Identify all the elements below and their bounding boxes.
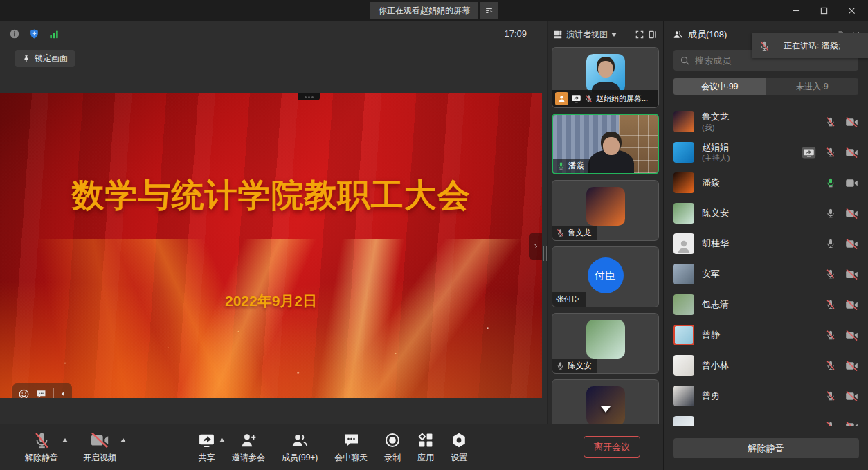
toolbar-mic-muted[interactable]: 解除静音: [25, 431, 58, 464]
scroll-down-icon[interactable]: [601, 406, 611, 413]
member-avatar: [673, 416, 694, 426]
toolbar-share-screen[interactable]: 共享: [198, 431, 215, 464]
collapse-left-icon[interactable]: [60, 390, 66, 397]
leave-meeting-button[interactable]: 离开会议: [584, 436, 640, 458]
camera-status-icon: [845, 330, 858, 341]
caret-up-icon[interactable]: [120, 438, 126, 442]
video-tile[interactable]: 鲁文龙: [552, 180, 659, 241]
initials-avatar: 付臣: [588, 257, 624, 293]
toolbar-label: 成员(99+): [282, 452, 318, 464]
video-tile[interactable]: 陈义安: [552, 313, 659, 374]
member-row[interactable]: 曾勇: [673, 381, 858, 411]
caret-up-icon[interactable]: [219, 438, 225, 442]
maximize-button[interactable]: [810, 0, 838, 21]
toolbar-apps[interactable]: 应用: [417, 431, 434, 464]
tile-label-bar: 赵娟娟的屏幕...: [552, 90, 658, 107]
view-mode-dropdown[interactable]: 演讲者视图: [566, 29, 608, 41]
hide-panel-icon[interactable]: [648, 30, 658, 39]
search-icon: [680, 55, 690, 66]
member-row[interactable]: 赵娟娟(主持人): [673, 137, 858, 168]
camera-status-icon: [845, 117, 858, 127]
unmute-all-button[interactable]: 解除静音: [673, 438, 859, 458]
video-tile[interactable]: 付臣 张付臣: [552, 246, 659, 307]
tile-label: 陈义安: [552, 359, 597, 373]
member-role: (主持人): [702, 153, 794, 163]
member-row[interactable]: 胡桂华: [673, 228, 858, 259]
speaking-toast-text: 正在讲话: 潘焱;: [784, 40, 840, 52]
member-row[interactable]: [673, 411, 858, 426]
toolbar-members[interactable]: 成员(99+): [282, 431, 318, 464]
meeting-info-icon[interactable]: [9, 28, 20, 39]
member-name: 曾静: [702, 329, 817, 341]
toolbar-label: 应用: [417, 452, 434, 464]
video-tile[interactable]: [552, 379, 659, 424]
chevron-down-icon[interactable]: [611, 33, 617, 37]
minimize-button[interactable]: [782, 0, 810, 21]
screen-share-icon: [571, 93, 581, 104]
mic-status-icon: [825, 238, 836, 249]
divider: [777, 39, 777, 53]
emoji-reaction-icon[interactable]: [18, 388, 30, 399]
record-icon: [384, 431, 401, 449]
member-avatar: [673, 325, 694, 345]
member-row[interactable]: 包志清: [673, 289, 858, 320]
mic-status-icon: [825, 116, 836, 127]
members-panel: 成员(108) 会议中·99 未进入·9 鲁文龙(我) 赵娟娟(主持人) 潘焱: [663, 21, 868, 470]
security-shield-icon[interactable]: [29, 28, 39, 39]
video-tile[interactable]: 潘焱: [552, 114, 659, 174]
camera-off-icon: [90, 431, 109, 449]
window-controls: [782, 0, 865, 21]
toolbar-label: 开启视频: [83, 452, 116, 464]
member-row[interactable]: 安军: [673, 259, 858, 289]
strip-collapse-handle[interactable]: [529, 233, 542, 260]
watching-banner-text: 你正在观看赵娟娟的屏幕: [370, 2, 478, 19]
toolbar-camera-off[interactable]: 开启视频: [83, 431, 116, 464]
toolbar-label: 录制: [384, 452, 401, 464]
caret-up-icon[interactable]: [62, 438, 68, 442]
share-screen-icon: [198, 431, 215, 449]
invite-icon: [240, 431, 257, 449]
mic-status-icon: [825, 421, 836, 426]
member-name: 鲁文龙: [702, 111, 817, 123]
thumbnail-strip: 演讲者视图 赵娟娟的屏幕... 潘焱 鲁文龙付臣 张付臣 陈义安: [547, 21, 663, 424]
toolbar-invite[interactable]: 邀请参会: [232, 431, 265, 464]
divider: [53, 388, 54, 398]
mic-muted-icon: [33, 431, 51, 449]
member-row[interactable]: 曾小林: [673, 350, 858, 381]
fullscreen-icon[interactable]: [635, 30, 644, 39]
tab-in-meeting[interactable]: 会议中·99: [673, 78, 766, 95]
member-avatar: [673, 203, 694, 224]
member-row[interactable]: 潘焱: [673, 168, 858, 198]
apps-icon: [417, 431, 434, 449]
slide-title: 数学与统计学院教职工大会: [0, 174, 542, 217]
mic-status-icon: [825, 360, 836, 371]
layout-grid-icon: [553, 30, 563, 39]
chat-icon: [343, 431, 360, 449]
mic-status-icon: [825, 147, 836, 158]
toolbar-label: 邀请参会: [232, 452, 265, 464]
slide-top-notch: [298, 93, 320, 100]
member-name: 曾小林: [702, 360, 817, 371]
pin-view-button[interactable]: 锁定画面: [15, 50, 75, 67]
close-button[interactable]: [838, 0, 865, 21]
settings-icon: [451, 431, 467, 449]
mic-status-icon: [825, 299, 836, 310]
screen-sharing-icon: [802, 147, 816, 159]
camera-status-icon: [845, 361, 858, 371]
tab-not-joined[interactable]: 未进入·9: [766, 78, 859, 95]
banner-menu-icon[interactable]: [480, 2, 498, 19]
tile-label: 潘焱: [553, 159, 590, 173]
mic-status-icon: [825, 269, 836, 280]
network-signal-icon[interactable]: [48, 29, 60, 39]
member-row[interactable]: 鲁文龙(我): [673, 107, 858, 137]
toolbar-settings[interactable]: 设置: [451, 431, 467, 464]
tile-label: 鲁文龙: [552, 226, 597, 240]
camera-status-icon: [845, 208, 858, 219]
video-tile[interactable]: 赵娟娟的屏幕...: [552, 47, 659, 108]
member-name: 安军: [702, 269, 817, 280]
member-row[interactable]: 曾静: [673, 320, 858, 350]
toolbar-record[interactable]: 录制: [384, 431, 401, 464]
toolbar-chat[interactable]: 会中聊天: [334, 431, 368, 464]
member-row[interactable]: 陈义安: [673, 198, 858, 228]
chat-bubble-icon[interactable]: [35, 389, 47, 399]
